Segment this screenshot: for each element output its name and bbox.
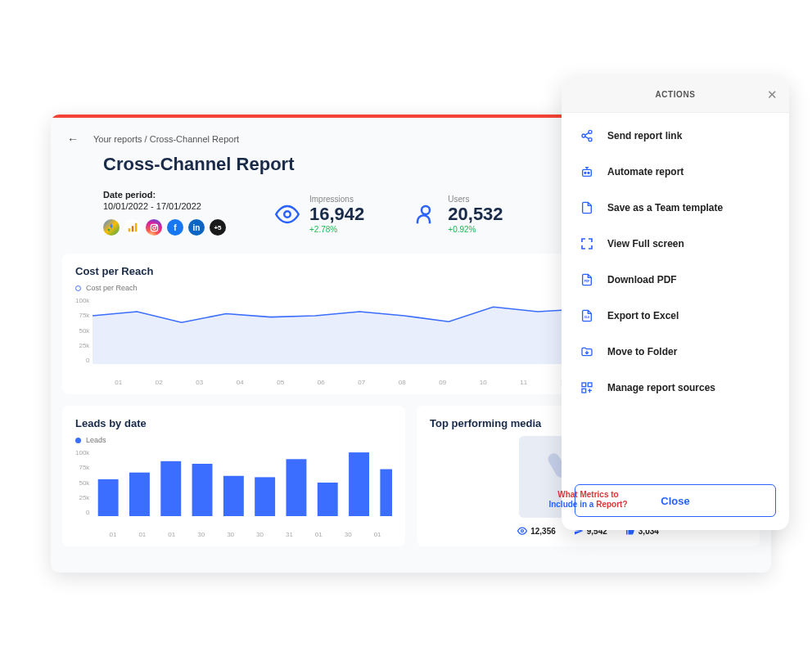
svg-point-8 (422, 206, 430, 214)
action-label: Save as a Team template (607, 202, 723, 213)
users-label: Users (448, 195, 503, 204)
instagram-icon[interactable] (146, 219, 162, 236)
leads-card: Leads by date Leads 100k75k50k25k0 01010… (62, 406, 405, 546)
svg-rect-17 (349, 452, 369, 516)
svg-rect-29 (588, 383, 592, 387)
export-excel-icon: XLS (580, 308, 594, 323)
svg-point-19 (521, 530, 524, 532)
svg-rect-11 (161, 461, 182, 516)
leads-legend: Leads (75, 436, 392, 444)
svg-rect-28 (582, 383, 586, 387)
thumb-caption: What Metrics to Include in a Report? (548, 490, 627, 510)
actions-title: ACTIONS (655, 90, 695, 99)
svg-rect-12 (192, 464, 213, 516)
move-to-folder-icon (580, 344, 594, 359)
impressions-value: 16,942 (309, 204, 364, 225)
svg-rect-14 (255, 477, 276, 516)
date-range: 10/01/2022 - 17/01/2022 (103, 201, 226, 211)
action-automate-report[interactable]: Automate report (562, 154, 789, 190)
action-label: View Full screen (607, 238, 684, 249)
legend-marker-icon (75, 438, 81, 443)
leads-bar-plot (92, 449, 392, 516)
svg-rect-3 (135, 223, 137, 232)
cost-legend-label: Cost per Reach (86, 284, 138, 292)
action-label: Automate report (607, 166, 683, 177)
actions-header: ACTIONS ✕ (562, 77, 789, 113)
svg-rect-18 (381, 470, 392, 516)
action-view-fullscreen[interactable]: View Full screen (562, 226, 789, 262)
action-label: Manage report sources (607, 382, 715, 393)
legend-marker-icon (75, 285, 81, 291)
send-report-link-icon (580, 128, 594, 143)
leads-y-axis: 100k75k50k25k0 (75, 449, 92, 516)
svg-rect-30 (582, 389, 586, 393)
svg-point-7 (284, 211, 291, 218)
svg-point-22 (589, 138, 592, 142)
view-fullscreen-icon (580, 236, 594, 251)
svg-point-5 (152, 226, 156, 229)
cost-y-axis: 100k75k50k25k0 (75, 297, 92, 364)
action-label: Send report link (607, 130, 682, 142)
action-manage-sources[interactable]: Manage report sources (562, 370, 789, 406)
users-value: 20,532 (448, 204, 503, 225)
impressions-label: Impressions (309, 195, 364, 204)
action-label: Move to Folder (607, 346, 677, 357)
media-views: 12,356 (517, 526, 556, 536)
svg-text:PDF: PDF (584, 280, 590, 283)
manage-sources-icon (580, 380, 594, 395)
svg-rect-13 (223, 476, 244, 516)
svg-text:XLS: XLS (584, 316, 590, 319)
action-send-report-link[interactable]: Send report link (562, 118, 789, 154)
close-icon[interactable]: ✕ (767, 88, 778, 102)
leads-x-axis: 01010130303031013001 (75, 531, 392, 538)
save-team-template-icon (580, 200, 594, 215)
svg-point-21 (582, 134, 585, 137)
users-delta: +0.92% (448, 225, 503, 234)
impressions-metric: Impressions 16,942 +2.78% (275, 195, 364, 234)
svg-rect-16 (318, 483, 338, 516)
leads-chart: 100k75k50k25k0 (75, 449, 392, 531)
actions-body: Send report linkAutomate reportSave as a… (562, 113, 789, 471)
svg-point-6 (156, 225, 156, 226)
action-label: Export to Excel (607, 310, 679, 321)
eye-icon (275, 202, 300, 227)
impressions-delta: +2.78% (309, 225, 364, 234)
facebook-icon[interactable]: f (167, 219, 183, 236)
date-block: Date period: 10/01/2022 - 17/01/2022 f i… (103, 190, 226, 236)
action-export-excel[interactable]: XLSExport to Excel (562, 298, 789, 334)
breadcrumb[interactable]: Your reports / Cross-Channel Report (93, 134, 239, 144)
svg-point-24 (584, 172, 586, 173)
actions-panel: ACTIONS ✕ Send report linkAutomate repor… (562, 77, 789, 530)
leads-title: Leads by date (75, 417, 392, 429)
action-move-to-folder[interactable]: Move to Folder (562, 334, 789, 370)
user-icon (413, 202, 438, 227)
action-save-team-template[interactable]: Save as a Team template (562, 190, 789, 226)
svg-rect-1 (129, 228, 130, 231)
svg-rect-9 (98, 479, 119, 516)
channel-icons: f in +5 (103, 219, 226, 236)
svg-rect-23 (583, 169, 592, 176)
automate-report-icon (580, 164, 594, 179)
back-arrow-icon[interactable]: ← (67, 133, 79, 146)
google-analytics-icon[interactable] (124, 219, 141, 236)
leads-legend-label: Leads (86, 436, 106, 444)
svg-rect-2 (132, 226, 133, 231)
google-ads-icon[interactable] (103, 219, 120, 236)
action-download-pdf[interactable]: PDFDownload PDF (562, 262, 789, 298)
users-metric: Users 20,532 +0.92% (413, 195, 503, 234)
svg-point-20 (589, 130, 592, 133)
svg-rect-15 (286, 459, 307, 516)
download-pdf-icon: PDF (580, 272, 594, 287)
more-channels-badge[interactable]: +5 (210, 219, 226, 236)
action-label: Download PDF (607, 274, 677, 285)
date-label: Date period: (103, 190, 226, 200)
linkedin-icon[interactable]: in (188, 219, 205, 236)
svg-point-25 (588, 172, 589, 173)
svg-point-0 (108, 229, 111, 231)
svg-rect-10 (129, 473, 150, 516)
